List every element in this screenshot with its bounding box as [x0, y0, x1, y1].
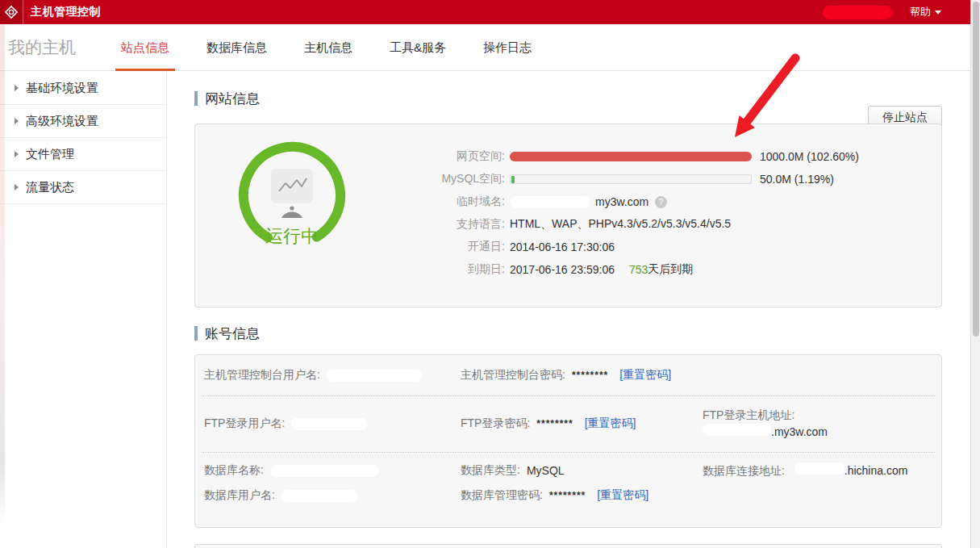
- site-status-indicator: 运行中: [236, 139, 348, 260]
- header-divider: [23, 0, 23, 24]
- console-account-row: 主机管理控制台用户名: 主机管理控制台密码: ******** [重置密码]: [204, 368, 932, 383]
- ftp-host-suffix: .my3w.com: [771, 425, 828, 438]
- sidebar-item-basic-env[interactable]: 基础环境设置: [0, 72, 166, 105]
- sidebar-item-label: 文件管理: [26, 147, 74, 162]
- open-date-row: 开通日: 2014-06-16 17:30:06: [424, 236, 859, 258]
- ftp-account-row: FTP登录用户名: FTP登录密码: ******** [重置密码] FTP登录…: [204, 407, 932, 441]
- expire-date-label: 到期日:: [424, 262, 505, 277]
- sidebar: 基础环境设置 高级环境设置 文件管理 流量状态: [0, 72, 167, 548]
- ftp-username-redacted: [291, 418, 368, 430]
- section-title-text: 网站信息: [205, 90, 260, 108]
- reset-console-password-link[interactable]: [重置密码]: [619, 368, 671, 383]
- tabs-nav: 站点信息 数据库信息 主机信息 工具&服务 操作日志: [121, 24, 532, 71]
- database-name-row: 数据库名称: 数据库类型: MySQL 数据库连接地址: .hichina.co…: [204, 462, 932, 479]
- mysql-space-bar: [510, 174, 752, 184]
- console-password-label: 主机管理控制台密码:: [461, 368, 565, 383]
- db-password-mask: ********: [549, 490, 586, 501]
- next-section-panel-edge: [194, 544, 942, 548]
- ftp-host-label: FTP登录主机地址:: [703, 407, 926, 424]
- section-title-text: 账号信息: [205, 324, 260, 343]
- mysql-space-label: MySQL空间:: [424, 172, 505, 186]
- console-username-redacted: [327, 370, 422, 382]
- mysql-space-row: MySQL空间: 50.0M (1.19%): [424, 168, 859, 190]
- reset-ftp-password-link[interactable]: [重置密码]: [585, 416, 636, 431]
- web-space-row: 网页空间: 1000.0M (102.60%): [424, 145, 859, 168]
- section-title-bar: [194, 326, 198, 341]
- chevron-right-icon: [15, 184, 19, 190]
- reset-db-password-link[interactable]: [重置密码]: [597, 488, 648, 503]
- username-redacted[interactable]: [823, 6, 892, 19]
- db-name-label: 数据库名称:: [204, 463, 264, 478]
- temp-domain-label: 临时域名:: [424, 195, 505, 209]
- web-space-value: 1000.0M (102.60%): [760, 150, 859, 163]
- temp-domain-row: 临时域名: my3w.com ?: [424, 190, 859, 213]
- tab-site-info[interactable]: 站点信息: [121, 24, 169, 71]
- sidebar-item-label: 高级环境设置: [26, 114, 98, 129]
- expire-date-value: 2017-06-16 23:59:06: [510, 263, 615, 276]
- site-info-section-title: 网站信息: [194, 90, 942, 107]
- console-password-mask: ********: [572, 370, 608, 381]
- chevron-right-icon: [15, 85, 19, 91]
- db-host-redacted: [794, 462, 844, 475]
- days-suffix: 天后到期: [648, 262, 693, 277]
- temp-domain-value: my3w.com: [595, 195, 648, 208]
- db-host-suffix: .hichina.com: [844, 464, 908, 477]
- site-info-panel: 运行中 网页空间: 1000.0M (102.60%) MySQL空间:: [194, 123, 942, 307]
- days-until-expiry: 753: [629, 263, 648, 276]
- account-info-panel: 主机管理控制台用户名: 主机管理控制台密码: ******** [重置密码] F…: [194, 354, 942, 528]
- sidebar-item-traffic-status[interactable]: 流量状态: [0, 171, 166, 204]
- ftp-username-label: FTP登录用户名:: [204, 416, 285, 431]
- web-space-bar-fill: [510, 152, 752, 161]
- sidebar-item-advanced-env[interactable]: 高级环境设置: [0, 105, 166, 138]
- db-username-label: 数据库用户名:: [204, 488, 275, 503]
- row-separator: [202, 395, 935, 396]
- main-content: 网站信息 停止站点 运行中 网页空间:: [168, 72, 970, 548]
- app-header: 主机管理控制 帮助: [0, 0, 980, 24]
- web-space-label: 网页空间:: [424, 149, 505, 164]
- sidebar-item-file-manage[interactable]: 文件管理: [0, 138, 166, 171]
- app-title: 主机管理控制: [31, 5, 101, 19]
- row-separator: [202, 452, 935, 453]
- mysql-space-bar-fill: [511, 176, 515, 183]
- temp-domain-redacted: [510, 196, 590, 208]
- db-name-redacted: [270, 465, 379, 477]
- languages-value: HTML、WAP、PHPv4.3/v5.2/v5.3/v5.4/v5.5: [510, 217, 731, 232]
- expire-date-row: 到期日: 2017-06-16 23:59:06 753 天后到期: [424, 258, 859, 281]
- console-username-label: 主机管理控制台用户名:: [204, 368, 320, 383]
- wanwang-logo-icon: [0, 0, 23, 24]
- db-type-label: 数据库类型:: [461, 463, 520, 478]
- db-password-label: 数据库管理密码:: [461, 488, 543, 503]
- chevron-right-icon: [15, 151, 19, 157]
- scrollbar[interactable]: [970, 0, 980, 548]
- sidebar-item-label: 流量状态: [26, 180, 74, 195]
- ftp-password-label: FTP登录密码:: [461, 416, 530, 431]
- sidebar-item-label: 基础环境设置: [26, 81, 98, 96]
- tab-operation-log[interactable]: 操作日志: [483, 24, 532, 71]
- web-space-bar: [510, 152, 752, 161]
- tab-host-info[interactable]: 主机信息: [304, 24, 352, 71]
- db-type-value: MySQL: [527, 464, 565, 477]
- account-info-section-title: 账号信息: [194, 325, 942, 341]
- languages-row: 支持语言: HTML、WAP、PHPv4.3/v5.2/v5.3/v5.4/v5…: [424, 213, 859, 236]
- page-title: 我的主机: [8, 36, 76, 59]
- chevron-right-icon: [15, 118, 19, 124]
- db-host-label: 数据库连接地址:: [703, 464, 785, 477]
- help-menu[interactable]: 帮助: [910, 5, 941, 19]
- caret-down-icon: [935, 10, 941, 15]
- open-date-value: 2014-06-16 17:30:06: [510, 241, 615, 253]
- database-user-row: 数据库用户名: 数据库管理密码: ******** [重置密码]: [204, 488, 932, 503]
- monitor-chart-icon: [269, 168, 315, 220]
- help-label: 帮助: [910, 5, 931, 19]
- status-running-label: 运行中: [236, 224, 348, 249]
- mysql-space-value: 50.0M (1.19%): [760, 173, 834, 186]
- question-mark-icon[interactable]: ?: [655, 196, 667, 208]
- scrollbar-thumb[interactable]: [973, 2, 979, 337]
- tab-database-info[interactable]: 数据库信息: [206, 24, 267, 71]
- section-title-bar: [194, 91, 198, 106]
- tab-bar: 我的主机 站点信息 数据库信息 主机信息 工具&服务 操作日志: [0, 24, 970, 71]
- ftp-host-redacted: [703, 424, 771, 436]
- ftp-password-mask: ********: [536, 418, 573, 429]
- tab-tools-services[interactable]: 工具&服务: [390, 24, 446, 71]
- languages-label: 支持语言:: [424, 217, 505, 232]
- db-username-redacted: [281, 490, 358, 502]
